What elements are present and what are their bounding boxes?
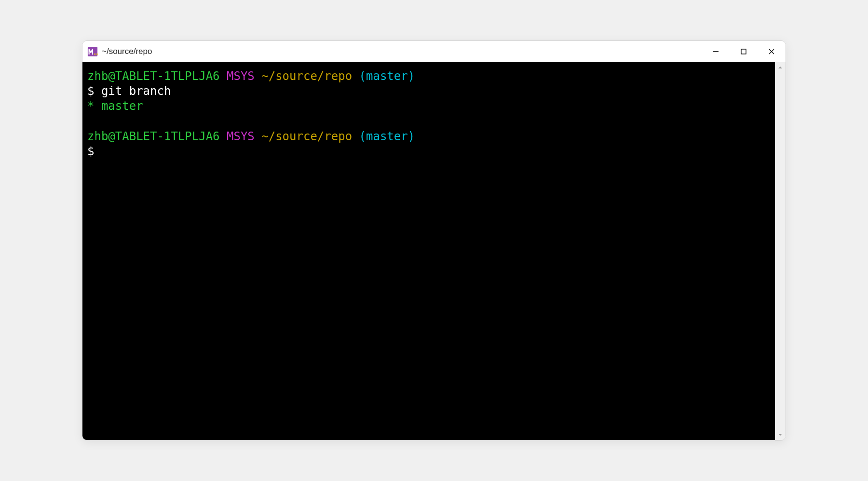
prompt-user-host: zhb@TABLET-1TLPLJA6: [87, 130, 220, 143]
svg-rect-3: [741, 49, 746, 54]
titlebar: sys ~/source/repo: [82, 41, 786, 62]
msys-app-icon: sys: [87, 46, 98, 57]
scroll-down-icon[interactable]: [777, 431, 784, 438]
window-controls: [702, 41, 786, 62]
prompt-sys: MSYS: [227, 130, 255, 143]
window-title: ~/source/repo: [102, 47, 702, 56]
close-button[interactable]: [758, 41, 786, 62]
scroll-up-icon[interactable]: [777, 64, 784, 71]
command-text: git branch: [101, 84, 171, 98]
terminal-window: sys ~/source/repo zhb@TABLET-1TLPLJA6 MS…: [82, 40, 786, 441]
scrollbar[interactable]: [775, 62, 786, 440]
prompt-sys: MSYS: [227, 69, 255, 83]
prompt-user-host: zhb@TABLET-1TLPLJA6: [87, 69, 220, 83]
prompt-symbol: $: [87, 84, 101, 98]
prompt-path: ~/source/repo: [261, 130, 352, 143]
branch-marker: *: [87, 99, 101, 113]
prompt-branch: (master): [359, 130, 415, 143]
prompt-branch: (master): [359, 69, 415, 83]
branch-name: master: [101, 99, 143, 113]
content-area: zhb@TABLET-1TLPLJA6 MSYS ~/source/repo (…: [82, 62, 786, 440]
svg-text:sys: sys: [94, 53, 98, 55]
minimize-button[interactable]: [702, 41, 730, 62]
terminal-output[interactable]: zhb@TABLET-1TLPLJA6 MSYS ~/source/repo (…: [82, 62, 775, 440]
prompt-path: ~/source/repo: [261, 69, 352, 83]
maximize-button[interactable]: [730, 41, 758, 62]
prompt-symbol: $: [87, 145, 94, 158]
